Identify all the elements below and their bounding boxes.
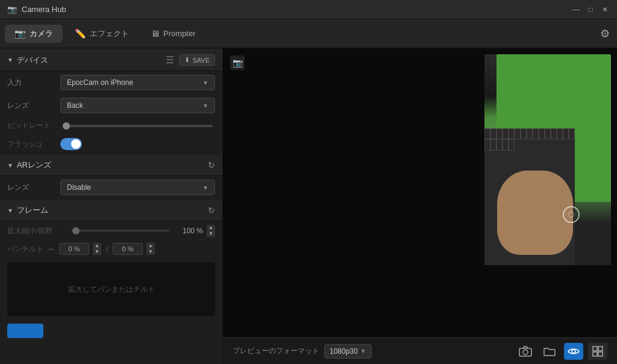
video-content: [484, 54, 611, 265]
minimize-button[interactable]: —: [571, 5, 581, 14]
frame-section-header: ▼ フレーム ↻: [0, 200, 222, 221]
device-collapse-icon[interactable]: ▼: [7, 57, 13, 63]
lens-select-arrow: ▼: [202, 102, 208, 109]
grid-cell: [509, 128, 515, 140]
tilt-value[interactable]: 0 %: [113, 243, 143, 255]
format-select[interactable]: 1080p30 ▼: [324, 344, 372, 359]
video-area: 📷: [223, 48, 617, 337]
grid-cell: [503, 128, 509, 140]
svg-rect-6: [598, 352, 603, 356]
pan-increment-button[interactable]: ▲: [93, 243, 101, 249]
svg-point-2: [572, 350, 575, 353]
circle-overlay-icon: [563, 206, 580, 223]
tab-camera[interactable]: 📷 カメラ: [5, 25, 63, 43]
svg-rect-4: [598, 347, 603, 351]
grid-cell: [545, 128, 551, 140]
pan-tilt-field: パンチルト ↔ 0 % ▲ ▼ ↕ 0 % ▲ ▼: [0, 240, 222, 257]
grid-cell: [551, 128, 557, 140]
left-panel: ▼ デバイス ☰ ⬇ SAVE 入力 EpocCam on iPhone ▼: [0, 48, 223, 364]
ar-lens-collapse-icon[interactable]: ▼: [7, 162, 13, 169]
flash-toggle[interactable]: [60, 138, 82, 150]
bottom-action-area: [0, 321, 222, 340]
frame-preview-text: 拡大してパンまたはチルト: [68, 284, 155, 295]
frame-preview: 拡大してパンまたはチルト: [7, 262, 215, 316]
format-section: プレビューのフォーマット 1080p30 ▼: [233, 344, 372, 359]
pan-decrement-button[interactable]: ▼: [93, 249, 101, 255]
pan-value[interactable]: 0 %: [59, 243, 89, 255]
input-select[interactable]: EpocCam on iPhone ▼: [60, 75, 215, 90]
grid-cell: [557, 128, 563, 140]
save-button[interactable]: ⬇ SAVE: [179, 54, 215, 66]
folder-button[interactable]: [540, 343, 559, 360]
filter-icon[interactable]: ☰: [166, 54, 174, 66]
device-section-header: ▼ デバイス ☰ ⬇ SAVE: [0, 49, 222, 71]
grid-cell: [496, 139, 503, 151]
frame-title-label: フレーム: [17, 205, 48, 216]
tilt-increment-button[interactable]: ▲: [146, 243, 155, 249]
pan-stepper: ▲ ▼: [93, 243, 101, 255]
lens-field: レンズ Back ▼: [0, 94, 222, 117]
effects-tab-label: エフェクト: [90, 28, 129, 39]
right-panel: 📷: [223, 48, 617, 364]
settings-icon[interactable]: ⚙: [598, 25, 612, 43]
eye-view-button[interactable]: [564, 343, 583, 360]
bottom-bar: プレビューのフォーマット 1080p30 ▼: [223, 337, 617, 364]
ar-lens-field: レンズ Disable ▼: [0, 176, 222, 199]
grid-cell: [521, 128, 527, 140]
svg-point-1: [523, 350, 528, 354]
grid-view-button[interactable]: [588, 343, 607, 360]
zoom-slider[interactable]: [71, 230, 169, 232]
camera-tab-icon: 📷: [14, 28, 26, 39]
lens-label: レンズ: [7, 101, 55, 111]
zoom-decrement-button[interactable]: ▼: [207, 231, 215, 237]
tab-prompter[interactable]: 🖥 Prompter: [141, 25, 205, 43]
grid-cell: [509, 139, 515, 151]
input-value: EpocCam on iPhone: [67, 78, 133, 87]
prompter-tab-icon: 🖥: [151, 28, 160, 39]
frame-section-title: ▼ フレーム: [7, 205, 48, 216]
zoom-field: 拡大縮小/視野 100 % ▲ ▼: [0, 221, 222, 240]
format-value: 1080p30: [330, 347, 358, 356]
tilt-stepper: ▲ ▼: [146, 243, 155, 255]
ar-lens-select[interactable]: Disable ▼: [60, 180, 215, 195]
grid-cell: [503, 139, 509, 151]
tab-bar: 📷 カメラ ✏️ エフェクト 🖥 Prompter ⚙: [0, 19, 617, 48]
save-label: SAVE: [192, 57, 210, 64]
video-frame: [484, 54, 611, 265]
svg-rect-3: [593, 347, 597, 351]
bitrate-label: ビットレート: [7, 121, 55, 131]
input-select-arrow: ▼: [202, 80, 208, 86]
device-section-actions: ☰ ⬇ SAVE: [166, 54, 215, 66]
frame-collapse-icon[interactable]: ▼: [7, 207, 13, 214]
frame-reset-icon[interactable]: ↻: [208, 206, 215, 215]
device-section-title: ▼ デバイス: [7, 55, 48, 66]
hand-area: [497, 171, 573, 255]
input-label: 入力: [7, 78, 55, 88]
tabs-container: 📷 カメラ ✏️ エフェクト 🖥 Prompter: [5, 25, 205, 43]
video-camera-icon: 📷: [230, 55, 245, 70]
save-icon: ⬇: [184, 56, 190, 64]
bitrate-slider[interactable]: [63, 125, 213, 127]
format-select-arrow: ▼: [360, 348, 366, 354]
lens-select[interactable]: Back ▼: [60, 98, 215, 113]
grid-cell: [533, 128, 539, 140]
zoom-increment-button[interactable]: ▲: [207, 225, 215, 231]
lens-select-wrapper: Back ▼: [60, 98, 215, 113]
grid-cell: [539, 128, 545, 140]
zoom-value: 100 %: [173, 227, 203, 235]
capture-button[interactable]: [516, 343, 535, 360]
apply-button[interactable]: [7, 324, 43, 338]
bottom-icons: [516, 343, 607, 360]
main-content: ▼ デバイス ☰ ⬇ SAVE 入力 EpocCam on iPhone ▼: [0, 48, 617, 364]
tilt-vertical-icon: ↕: [105, 244, 109, 254]
ar-lens-reset-icon[interactable]: ↻: [208, 160, 215, 170]
tab-effects[interactable]: ✏️ エフェクト: [65, 25, 139, 43]
restore-button[interactable]: □: [586, 5, 595, 14]
grid-cell: [490, 139, 496, 151]
close-button[interactable]: ✕: [600, 5, 610, 14]
bitrate-field: ビットレート: [0, 117, 222, 134]
grid-cell: [527, 128, 533, 140]
ar-lens-select-wrapper: Disable ▼: [60, 180, 215, 195]
input-field: 入力 EpocCam on iPhone ▼: [0, 71, 222, 94]
tilt-decrement-button[interactable]: ▼: [146, 249, 155, 255]
